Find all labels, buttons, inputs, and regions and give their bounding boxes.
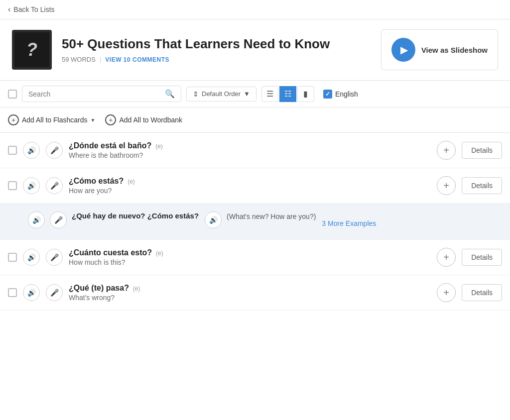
plus-circle-icon2: +	[105, 114, 116, 125]
view-detailed-button[interactable]: ☷	[279, 86, 296, 102]
expanded-term: ¿Qué hay de nuevo? ¿Cómo estás?	[72, 211, 199, 220]
sort-label: Default Order	[202, 90, 241, 98]
word-term-3: ¿Cuánto cuesta esto? (e)	[69, 248, 431, 257]
details-button-4[interactable]: Details	[462, 284, 502, 301]
search-input[interactable]	[28, 90, 161, 98]
add-wordbank-label: Add All to Wordbank	[119, 116, 182, 124]
view-list-button[interactable]: ☰	[261, 86, 278, 102]
header-meta: 59 WORDS | VIEW 10 COMMENTS	[62, 56, 371, 63]
audio-button-3[interactable]: 🔊	[23, 249, 40, 266]
thumbnail-inner: ?	[14, 32, 49, 67]
sort-icon: ⇕	[193, 90, 199, 98]
view-buttons: ☰ ☷ ▮	[261, 86, 314, 102]
toolbar: 🔍 ⇕ Default Order ▼ ☰ ☷ ▮ ✓ English	[0, 81, 510, 107]
expanded-def-content: (What's new? How are you?)	[227, 211, 316, 220]
thumbnail-icon: ?	[26, 39, 37, 60]
add-flashcards-label: Add All to Flashcards	[22, 116, 88, 124]
sort-dropdown-icon: ▼	[244, 90, 250, 98]
actions-bar: + Add All to Flashcards ▼ + Add All to W…	[0, 107, 510, 133]
row-checkbox-2[interactable]	[8, 181, 17, 190]
flashcards-dropdown-icon: ▼	[91, 117, 96, 123]
mic-button-1[interactable]: 🎤	[46, 142, 63, 159]
row-checkbox-1[interactable]	[8, 146, 17, 155]
audio-button-expanded-2[interactable]: 🔊	[205, 211, 222, 228]
word-content-1: ¿Dónde está el baño? (e) Where is the ba…	[69, 141, 431, 159]
add-all-wordbank-button[interactable]: + Add All to Wordbank	[105, 114, 182, 125]
view-compact-button[interactable]: ▮	[297, 86, 314, 102]
expanded-def: (What's new? How are you?)	[227, 212, 316, 220]
details-button-3[interactable]: Details	[462, 249, 502, 266]
back-button[interactable]: ‹ Back To Lists	[8, 5, 55, 14]
expanded-term-row: 🔊 🎤 ¿Qué hay de nuevo? ¿Cómo estás?	[28, 211, 199, 228]
table-row: 🔊 🎤 ¿Qué (te) pasa? (e) What's wrong? + …	[0, 275, 510, 311]
expanded-term-content: ¿Qué hay de nuevo? ¿Cómo estás?	[72, 211, 199, 220]
word-def-2: How are you?	[69, 187, 431, 195]
word-list: 🔊 🎤 ¿Dónde está el baño? (e) Where is th…	[0, 133, 510, 311]
english-toggle: ✓ English	[323, 90, 358, 99]
play-circle: ▶	[391, 38, 415, 62]
words-count: 59 WORDS	[62, 56, 96, 63]
top-nav: ‹ Back To Lists	[0, 0, 510, 19]
chevron-left-icon: ‹	[8, 5, 10, 14]
expanded-row: 🔊 🎤 ¿Qué hay de nuevo? ¿Cómo estás? 🔊 (W…	[0, 204, 510, 240]
header-info: 50+ Questions That Learners Need to Know…	[62, 36, 371, 63]
audio-button-expanded-1[interactable]: 🔊	[28, 211, 45, 228]
add-to-flashcard-3[interactable]: +	[437, 248, 456, 267]
back-label: Back To Lists	[13, 5, 54, 13]
more-examples-link[interactable]: 3 More Examples	[322, 219, 376, 227]
audio-button-1[interactable]: 🔊	[23, 142, 40, 159]
word-def-4: What's wrong?	[69, 294, 431, 302]
add-all-flashcards-button[interactable]: + Add All to Flashcards ▼	[8, 114, 95, 125]
audio-button-4[interactable]: 🔊	[23, 284, 40, 301]
word-def-3: How much is this?	[69, 258, 431, 266]
play-icon: ▶	[400, 44, 408, 56]
row-checkbox-4[interactable]	[8, 288, 17, 297]
list-thumbnail: ?	[12, 30, 52, 70]
comments-link[interactable]: VIEW 10 COMMENTS	[105, 56, 169, 63]
expanded-content: 🔊 🎤 ¿Qué hay de nuevo? ¿Cómo estás? 🔊 (W…	[8, 211, 502, 231]
mic-button-2[interactable]: 🎤	[46, 177, 63, 194]
english-label: English	[335, 90, 358, 98]
word-term-2: ¿Cómo estás? (e)	[69, 177, 431, 186]
checkmark-icon: ✓	[325, 91, 330, 98]
word-content-3: ¿Cuánto cuesta esto? (e) How much is thi…	[69, 248, 431, 266]
word-content-4: ¿Qué (te) pasa? (e) What's wrong?	[69, 284, 431, 302]
table-row: 🔊 🎤 ¿Cómo estás? (e) How are you? + Deta…	[0, 168, 510, 204]
expanded-def-row: 🔊 (What's new? How are you?)	[205, 211, 316, 228]
select-all-checkbox[interactable]	[8, 90, 17, 99]
mic-button-expanded[interactable]: 🎤	[50, 211, 67, 228]
sort-button[interactable]: ⇕ Default Order ▼	[186, 87, 256, 102]
audio-button-2[interactable]: 🔊	[23, 177, 40, 194]
row-checkbox-3[interactable]	[8, 253, 17, 262]
mic-button-4[interactable]: 🎤	[46, 284, 63, 301]
slideshow-label: View as Slideshow	[421, 46, 488, 54]
plus-circle-icon: +	[8, 114, 19, 125]
word-content-2: ¿Cómo estás? (e) How are you?	[69, 177, 431, 195]
list-title: 50+ Questions That Learners Need to Know	[62, 36, 371, 52]
details-button-1[interactable]: Details	[462, 142, 502, 159]
add-to-flashcard-1[interactable]: +	[437, 141, 456, 160]
word-term-4: ¿Qué (te) pasa? (e)	[69, 284, 431, 293]
details-button-2[interactable]: Details	[462, 177, 502, 194]
add-to-flashcard-2[interactable]: +	[437, 176, 456, 195]
header: ? 50+ Questions That Learners Need to Kn…	[0, 19, 510, 81]
add-to-flashcard-4[interactable]: +	[437, 283, 456, 302]
slideshow-button[interactable]: ▶ View as Slideshow	[381, 29, 498, 70]
table-row: 🔊 🎤 ¿Dónde está el baño? (e) Where is th…	[0, 133, 510, 168]
english-checkbox[interactable]: ✓	[323, 90, 332, 99]
word-def-1: Where is the bathroom?	[69, 151, 431, 159]
search-icon: 🔍	[165, 89, 175, 99]
search-box: 🔍	[22, 86, 181, 102]
table-row: 🔊 🎤 ¿Cuánto cuesta esto? (e) How much is…	[0, 240, 510, 275]
meta-divider: |	[100, 56, 101, 63]
word-term-1: ¿Dónde está el baño? (e)	[69, 141, 431, 150]
mic-button-3[interactable]: 🎤	[46, 249, 63, 266]
